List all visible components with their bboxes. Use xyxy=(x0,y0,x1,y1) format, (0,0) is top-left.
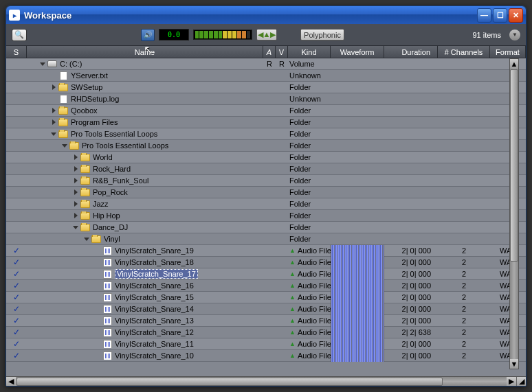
col-format[interactable]: Format xyxy=(490,46,526,58)
row-name-cell[interactable]: Hip Hop xyxy=(27,211,263,220)
col-channels[interactable]: # Channels xyxy=(438,46,490,58)
maximize-button[interactable]: ☐ xyxy=(493,8,507,23)
row-name-cell[interactable]: Program Files xyxy=(27,118,263,126)
scroll-up-button[interactable]: ▲ xyxy=(510,59,518,69)
row-name-cell[interactable]: VinylScratch_Snare_15 xyxy=(27,293,263,301)
table-row[interactable]: ✓VinylScratch_Snare_16▲Audio File🔊2| 0| … xyxy=(6,280,526,292)
row-name-cell[interactable]: VinylScratch_Snare_12 xyxy=(27,328,263,336)
row-waveform[interactable] xyxy=(331,280,384,292)
row-check[interactable]: ✓ xyxy=(6,257,27,267)
row-name-cell[interactable]: VinylScratch_Snare_13 xyxy=(27,316,263,325)
table-row[interactable]: ✓VinylScratch_Snare_11▲Audio File🔊2| 0| … xyxy=(6,338,526,350)
row-name-cell[interactable]: VinylScratch_Snare_18 xyxy=(27,258,263,266)
table-row[interactable]: ✓VinylScratch_Snare_19▲Audio File🔊2| 0| … xyxy=(6,245,526,257)
row-name-cell[interactable]: C: (C:) xyxy=(27,60,263,68)
close-button[interactable]: ✕ xyxy=(509,8,523,23)
row-a[interactable]: R xyxy=(263,60,276,68)
browser-menu-button[interactable]: ▼ xyxy=(509,30,520,41)
row-name-cell[interactable]: VinylScratch_Snare_10 xyxy=(27,351,263,360)
table-row[interactable]: ✓VinylScratch_Snare_13▲Audio File🔊2| 0| … xyxy=(6,315,526,327)
row-check[interactable]: ✓ xyxy=(6,292,27,302)
table-row[interactable]: WorldFolder xyxy=(6,152,526,163)
search-button[interactable]: 🔍 xyxy=(12,29,27,41)
col-a[interactable]: A xyxy=(263,46,276,58)
row-check[interactable]: ✓ xyxy=(6,327,27,337)
row-name-cell[interactable]: Qoobox xyxy=(27,106,263,115)
minimize-button[interactable]: — xyxy=(477,8,491,23)
preview-audio-button[interactable]: 🔊 xyxy=(141,29,155,41)
row-name-cell[interactable]: VinylScratch_Snare_17 xyxy=(27,269,263,279)
table-row[interactable]: R&B_Funk_SoulFolder xyxy=(6,175,526,187)
disclosure-triangle[interactable] xyxy=(50,84,57,91)
row-name-cell[interactable]: Pro Tools Essential Loops xyxy=(27,130,263,138)
table-row[interactable]: ✓VinylScratch_Snare_10▲Audio File🔊2| 0| … xyxy=(6,350,526,362)
table-row[interactable]: SWSetupFolder xyxy=(6,82,526,93)
row-name-cell[interactable]: Jazz xyxy=(27,200,263,208)
disclosure-triangle[interactable] xyxy=(72,212,79,219)
row-waveform[interactable] xyxy=(331,315,384,327)
table-row[interactable]: C: (C:)RRVolume xyxy=(6,58,526,70)
disclosure-triangle[interactable] xyxy=(72,165,79,172)
row-v[interactable]: R xyxy=(276,60,288,68)
row-name-cell[interactable]: SWSetup xyxy=(27,83,263,91)
disclosure-triangle[interactable] xyxy=(50,119,57,126)
table-row[interactable]: QooboxFolder xyxy=(6,105,526,117)
table-row[interactable]: ✓VinylScratch_Snare_18▲Audio File🔊2| 0| … xyxy=(6,257,526,268)
table-row[interactable]: Pro Tools Essential LoopsFolder xyxy=(6,128,526,140)
table-row[interactable]: ✓VinylScratch_Snare_15▲Audio File🔊2| 0| … xyxy=(6,292,526,303)
row-name-cell[interactable]: R&B_Funk_Soul xyxy=(27,176,263,185)
row-waveform[interactable] xyxy=(331,327,384,338)
polyphonic-button[interactable]: Polyphonic xyxy=(300,29,344,41)
disclosure-triangle[interactable] xyxy=(50,107,57,114)
row-waveform[interactable] xyxy=(331,268,384,280)
disclosure-triangle[interactable] xyxy=(72,177,79,184)
row-name-cell[interactable]: Vinyl xyxy=(27,235,263,243)
table-row[interactable]: Pro Tools Essential LoopsFolder xyxy=(6,140,526,152)
disclosure-triangle[interactable] xyxy=(72,200,79,207)
disclosure-triangle[interactable] xyxy=(61,142,68,149)
table-row[interactable]: Dance_DJFolder xyxy=(6,222,526,233)
row-waveform[interactable] xyxy=(331,338,384,350)
col-v[interactable]: V xyxy=(276,46,288,58)
row-check[interactable]: ✓ xyxy=(6,339,27,349)
row-name-cell[interactable]: Rock_Hard xyxy=(27,165,263,173)
row-name-cell[interactable]: VinylScratch_Snare_11 xyxy=(27,340,263,348)
disclosure-triangle[interactable] xyxy=(83,235,90,242)
row-name-cell[interactable]: Pop_Rock xyxy=(27,188,263,196)
scroll-right-button[interactable]: ▶ xyxy=(507,377,516,387)
titlebar[interactable]: ▸ Workspace — ☐ ✕ xyxy=(6,6,526,24)
row-waveform[interactable] xyxy=(331,257,384,268)
row-waveform[interactable] xyxy=(331,303,384,315)
disclosure-triangle[interactable] xyxy=(72,224,79,231)
row-check[interactable]: ✓ xyxy=(6,316,27,325)
scroll-thumb-h[interactable] xyxy=(16,378,443,386)
row-name-cell[interactable]: VinylScratch_Snare_14 xyxy=(27,305,263,313)
disclosure-triangle[interactable] xyxy=(72,154,79,161)
col-duration[interactable]: Duration xyxy=(384,46,438,58)
disclosure-triangle[interactable] xyxy=(50,130,57,137)
loop-button[interactable]: ◀▲▶ xyxy=(256,29,277,41)
row-name-cell[interactable]: World xyxy=(27,153,263,161)
table-row[interactable]: YServer.txtUnknown xyxy=(6,70,526,82)
col-s[interactable]: S xyxy=(6,46,27,58)
table-row[interactable]: Program FilesFolder xyxy=(6,117,526,128)
row-name-cell[interactable]: Dance_DJ xyxy=(27,223,263,231)
scroll-thumb-v[interactable] xyxy=(510,69,518,262)
table-row[interactable]: Pop_RockFolder xyxy=(6,187,526,198)
row-waveform[interactable] xyxy=(331,350,384,362)
col-waveform[interactable]: Waveform xyxy=(331,46,384,58)
resize-grip[interactable]: ◢ xyxy=(516,377,526,387)
table-row[interactable]: Rock_HardFolder xyxy=(6,163,526,175)
row-name-cell[interactable]: VinylScratch_Snare_19 xyxy=(27,246,263,255)
col-name[interactable]: Name xyxy=(27,46,263,58)
row-check[interactable]: ✓ xyxy=(6,351,27,360)
vertical-scrollbar[interactable]: ▲ ▼ xyxy=(509,58,519,369)
horizontal-scrollbar[interactable]: ◀ ▶ ◢ xyxy=(6,376,526,386)
col-kind[interactable]: Kind xyxy=(288,46,331,58)
row-name-cell[interactable]: YServer.txt xyxy=(27,71,263,80)
row-check[interactable]: ✓ xyxy=(6,269,27,279)
disclosure-triangle[interactable] xyxy=(72,189,79,196)
row-check[interactable]: ✓ xyxy=(6,304,27,314)
row-check[interactable]: ✓ xyxy=(6,281,27,290)
row-waveform[interactable] xyxy=(331,245,384,257)
